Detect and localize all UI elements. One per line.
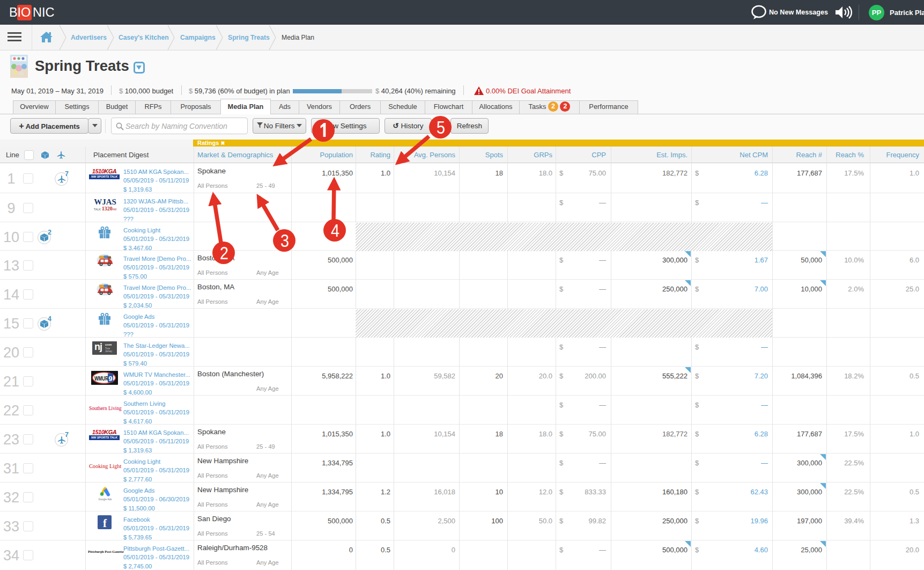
svg-text:WMUR: WMUR (94, 375, 108, 382)
svg-text:9: 9 (108, 375, 113, 383)
